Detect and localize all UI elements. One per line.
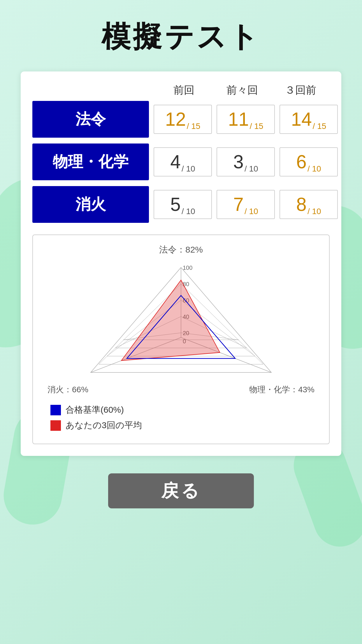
header-col3: ３回前	[271, 83, 330, 97]
big-num: 5	[170, 195, 181, 214]
big-num: 7	[233, 195, 244, 214]
score-hourei-3: 14 / 15	[280, 105, 338, 134]
big-num: 6	[296, 153, 307, 171]
score-table: 前回 前々回 ３回前 法令 12 / 15 11 / 15 14 / 15	[32, 83, 330, 223]
score-header-row: 前回 前々回 ３回前	[32, 83, 330, 97]
legend-pass: 合格基準(60%)	[50, 404, 323, 416]
back-button-label: 戻る	[161, 479, 201, 503]
denom: / 15	[187, 122, 201, 131]
category-butsuri: 物理・化学	[32, 144, 149, 180]
main-card: 前回 前々回 ３回前 法令 12 / 15 11 / 15 14 / 15	[21, 71, 341, 456]
legend-yours: あなたの3回の平均	[50, 419, 323, 431]
category-hourei: 法令	[32, 101, 149, 138]
page-title: 模擬テスト	[101, 18, 261, 57]
score-butsuri-2: 3 / 10	[217, 147, 275, 176]
radar-label-bottom-left: 消火：66%	[48, 384, 88, 395]
denom: / 10	[307, 207, 321, 216]
score-hourei-1: 12 / 15	[154, 105, 212, 134]
legend-blue-icon	[50, 405, 61, 415]
legend-red-icon	[50, 420, 61, 431]
score-butsuri-3: 6 / 10	[280, 147, 338, 176]
legend-pass-label: 合格基準(60%)	[66, 404, 124, 416]
header-col2: 前々回	[213, 83, 271, 97]
big-num: 3	[233, 153, 244, 171]
denom: / 15	[313, 122, 326, 131]
big-num: 4	[170, 153, 181, 171]
radar-axis-labels: 消火：66% 物理・化学：43%	[39, 384, 323, 395]
svg-rect-9	[50, 420, 61, 431]
denom: / 10	[307, 164, 321, 174]
score-butsuri-1: 4 / 10	[154, 147, 212, 176]
radar-label-bottom-right: 物理・化学：43%	[249, 384, 314, 395]
big-num: 11	[228, 110, 249, 129]
big-num: 8	[296, 195, 307, 214]
big-num: 14	[291, 110, 312, 129]
category-shouka: 消火	[32, 186, 149, 223]
denom: / 10	[182, 164, 195, 174]
scale-100: 100	[183, 265, 192, 271]
denom: / 10	[245, 207, 258, 216]
denom: / 10	[182, 207, 195, 216]
score-row-hourei: 法令 12 / 15 11 / 15 14 / 15	[32, 101, 330, 138]
score-shouka-3: 8 / 10	[280, 190, 338, 219]
score-cells-butsuri: 4 / 10 3 / 10 6 / 10	[154, 147, 338, 176]
radar-chart-container: 法令：82%	[32, 235, 330, 444]
radar-label-top: 法令：82%	[39, 244, 323, 256]
score-shouka-1: 5 / 10	[154, 190, 212, 219]
denom: / 10	[245, 164, 258, 174]
svg-rect-8	[50, 405, 61, 415]
big-num: 12	[165, 110, 186, 129]
score-shouka-2: 7 / 10	[217, 190, 275, 219]
score-row-shouka: 消火 5 / 10 7 / 10 8 / 10	[32, 186, 330, 223]
radar-your-scores	[121, 280, 220, 360]
radar-legend: 合格基準(60%) あなたの3回の平均	[39, 404, 323, 431]
radar-chart-svg: 100 80 60 40 20 0	[79, 259, 283, 381]
denom: / 15	[250, 122, 263, 131]
back-button[interactable]: 戻る	[108, 473, 254, 508]
score-hourei-2: 11 / 15	[217, 105, 275, 134]
radar-svg-wrapper: 100 80 60 40 20 0	[39, 259, 323, 381]
header-col1: 前回	[155, 83, 213, 97]
score-cells-hourei: 12 / 15 11 / 15 14 / 15	[154, 105, 338, 134]
legend-yours-label: あなたの3回の平均	[66, 419, 142, 431]
score-row-butsuri: 物理・化学 4 / 10 3 / 10 6 / 10	[32, 144, 330, 180]
score-cells-shouka: 5 / 10 7 / 10 8 / 10	[154, 190, 338, 219]
